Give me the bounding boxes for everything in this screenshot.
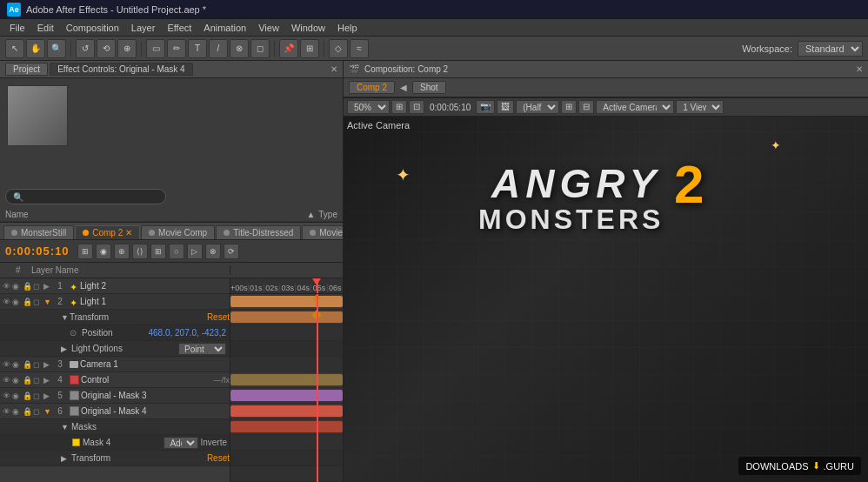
toolbar: ↖ ✋ 🔍 ↺ ⟲ ⊕ ▭ ✏ T / ⊗ ◻ 📌 ⊞ ◇ ≈ Workspac… xyxy=(0,37,868,61)
layer-6-expand[interactable]: ▼ xyxy=(43,407,52,416)
zoom-select[interactable]: 50% xyxy=(347,100,390,114)
layer-4-vis[interactable]: 👁 xyxy=(0,376,12,385)
tl-btn-2[interactable]: ◉ xyxy=(96,244,111,259)
project-thumbnail xyxy=(7,85,68,146)
tl-tab-moviecomp[interactable]: Movie Comp xyxy=(141,225,215,239)
timecode[interactable]: 0:00:05:10 xyxy=(5,244,70,258)
fit-btn[interactable]: ⊞ xyxy=(391,100,407,114)
nav-comp2[interactable]: Comp 2 xyxy=(349,81,395,94)
tl-btn-4[interactable]: ⟨⟩ xyxy=(132,244,148,259)
tool-orbit[interactable]: ⟲ xyxy=(97,39,116,58)
layer-3-expand[interactable]: ▶ xyxy=(43,360,52,369)
position-value[interactable]: 468.0, 207.0, -423,2 xyxy=(148,328,226,338)
layer-6-vis[interactable]: 👁 xyxy=(0,407,12,416)
menu-file[interactable]: File xyxy=(3,21,31,35)
tool-zoom[interactable]: 🔍 xyxy=(47,39,66,58)
tool-eraser[interactable]: ◻ xyxy=(250,39,270,58)
col-type: Type xyxy=(318,210,337,219)
tl-tab-title[interactable]: Title-Distressed xyxy=(216,225,301,239)
tl-btn-9[interactable]: ⟳ xyxy=(224,244,239,259)
transform-reset[interactable]: Reset xyxy=(207,312,230,322)
tab-project[interactable]: Project xyxy=(5,63,48,76)
menu-view[interactable]: View xyxy=(252,21,285,35)
tl-tab-monsterstill[interactable]: MonsterStill xyxy=(3,225,74,239)
tool-separator-1 xyxy=(70,41,71,57)
tool-camera-extra[interactable]: ⊞ xyxy=(300,39,319,58)
downloads-text: DOWNLOADS xyxy=(745,461,808,472)
tool-pin[interactable]: 📌 xyxy=(279,39,298,58)
nav-shot[interactable]: Shot xyxy=(412,81,446,94)
downloads-watermark: DOWNLOADS ⬇ .GURU xyxy=(738,457,861,475)
main-layout: Project Effect Controls: Original - Mask… xyxy=(0,61,868,482)
layer-6-num: 6 xyxy=(52,406,68,416)
tool-selection[interactable]: ↖ xyxy=(5,39,24,58)
menu-animation[interactable]: Animation xyxy=(197,21,252,35)
tool-hand[interactable]: ✋ xyxy=(26,39,45,58)
tl-btn-7[interactable]: ▷ xyxy=(187,244,203,259)
mask-mode-select[interactable]: Add xyxy=(164,437,198,449)
layer-2-name: Light 1 xyxy=(80,297,230,306)
prop-btn[interactable]: ⊡ xyxy=(409,100,424,114)
layer-row-1: 👁 ◉ 🔒 ◻ ▶ 1 ✦ Light 2 xyxy=(0,278,230,294)
panel-close[interactable]: ✕ xyxy=(331,64,337,74)
tl-btn-8[interactable]: ⊗ xyxy=(205,244,221,259)
layer-2-num: 2 xyxy=(52,297,68,306)
layer-row-4: 👁 ◉ 🔒 ◻ ▶ 4 Control — / fx xyxy=(0,372,230,388)
tool-rect[interactable]: ▭ xyxy=(146,39,165,58)
menu-edit[interactable]: Edit xyxy=(31,21,60,35)
tl-tab-comp2[interactable]: Comp 2 ✕ xyxy=(75,225,140,239)
show-snapshot-btn[interactable]: 🖼 xyxy=(497,100,514,114)
tool-hair[interactable]: ≈ xyxy=(350,39,369,58)
transform2-reset[interactable]: Reset xyxy=(207,453,230,463)
nav-arrow[interactable]: ◀ xyxy=(400,83,407,92)
tl-btn-6[interactable]: ○ xyxy=(169,244,184,259)
layer-list-left: 👁 ◉ 🔒 ◻ ▶ 1 ✦ Light 2 👁 ◉ 🔒 ◻ xyxy=(0,278,230,482)
tab-effect-controls[interactable]: Effect Controls: Original - Mask 4 xyxy=(50,63,193,76)
snapshot-btn[interactable]: 📷 xyxy=(476,100,495,114)
layer-5-expand[interactable]: ▶ xyxy=(43,392,52,400)
tool-pen[interactable]: ✏ xyxy=(167,39,186,58)
tool-brush[interactable]: / xyxy=(209,39,228,58)
comp-controls: 50% ⊞ ⊡ 0:00:05:10 📷 🖼 (Half) ⊞ ⊟ Active… xyxy=(344,97,868,117)
bar-row-3 xyxy=(230,372,343,388)
bar-1 xyxy=(230,296,343,307)
active-camera-label: Active Camera xyxy=(347,120,410,131)
light-type-select[interactable]: Point xyxy=(178,343,226,355)
col-name: Name xyxy=(5,210,306,219)
layer-2-expand[interactable]: ▼ xyxy=(43,298,52,306)
fast-prev-btn[interactable]: ⊞ xyxy=(561,100,577,114)
workspace-select[interactable]: Standard xyxy=(798,41,863,57)
layer-3-vis[interactable]: 👁 xyxy=(0,360,12,369)
tool-clone[interactable]: ⊗ xyxy=(230,39,249,58)
layer-4-expand[interactable]: ▶ xyxy=(43,376,52,385)
tl-btn-5[interactable]: ⊞ xyxy=(150,244,166,259)
bar-sub-transform xyxy=(230,325,343,341)
camera-select[interactable]: Active Camera xyxy=(596,100,674,114)
view-select[interactable]: 1 View xyxy=(676,100,724,114)
comp-close[interactable]: ✕ xyxy=(856,64,863,74)
menu-layer[interactable]: Layer xyxy=(125,21,162,35)
menu-composition[interactable]: Composition xyxy=(60,21,125,35)
bar-sub-masks xyxy=(230,435,343,451)
tl-btn-1[interactable]: ⊞ xyxy=(77,244,93,259)
menu-effect[interactable]: Effect xyxy=(161,21,197,35)
tl-btn-3[interactable]: ⊕ xyxy=(114,244,130,259)
ruler-mark-0: +00s xyxy=(230,284,249,292)
layer-5-num: 5 xyxy=(52,391,68,400)
tool-shape[interactable]: ◇ xyxy=(329,39,348,58)
layer-row-3: 👁 ◉ 🔒 ◻ ▶ 3 Camera 1 xyxy=(0,357,230,372)
grid-btn[interactable]: ⊟ xyxy=(578,100,594,114)
layer-1-expand[interactable]: ▶ xyxy=(43,282,52,291)
layer-1-vis[interactable]: 👁 xyxy=(0,282,12,291)
tool-rotate[interactable]: ↺ xyxy=(76,39,95,58)
tool-pan[interactable]: ⊕ xyxy=(117,39,137,58)
menu-help[interactable]: Help xyxy=(331,21,364,35)
layer-5-icon xyxy=(70,391,79,400)
tool-text[interactable]: T xyxy=(188,39,207,58)
layer-5-vis[interactable]: 👁 xyxy=(0,392,12,400)
quality-select[interactable]: (Half) xyxy=(516,100,559,114)
search-input[interactable] xyxy=(5,189,166,204)
menu-window[interactable]: Window xyxy=(285,21,331,35)
layer-2-vis[interactable]: 👁 xyxy=(0,298,12,306)
tl-tab-moviecomp2[interactable]: Movie Comp 2 xyxy=(302,225,343,239)
